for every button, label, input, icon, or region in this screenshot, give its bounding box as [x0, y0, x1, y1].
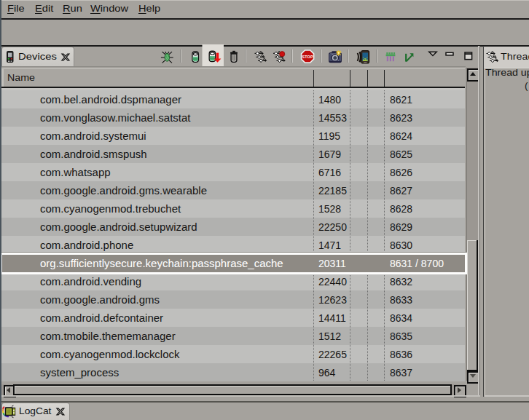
svg-text:STOP: STOP — [302, 55, 313, 59]
